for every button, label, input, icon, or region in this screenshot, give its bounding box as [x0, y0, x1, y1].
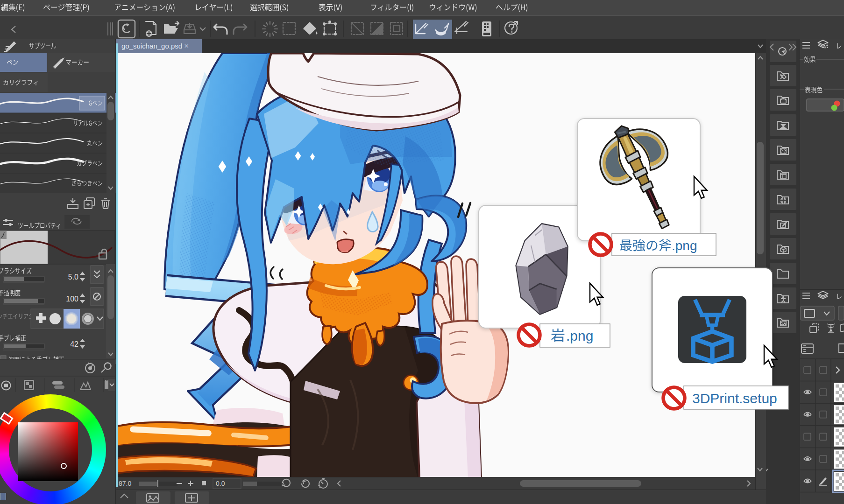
svg-text:.png: .png — [566, 328, 593, 343]
svg-text:3DPrint.setup: 3DPrint.setup — [692, 391, 777, 406]
svg-text:.png: .png — [672, 238, 697, 253]
